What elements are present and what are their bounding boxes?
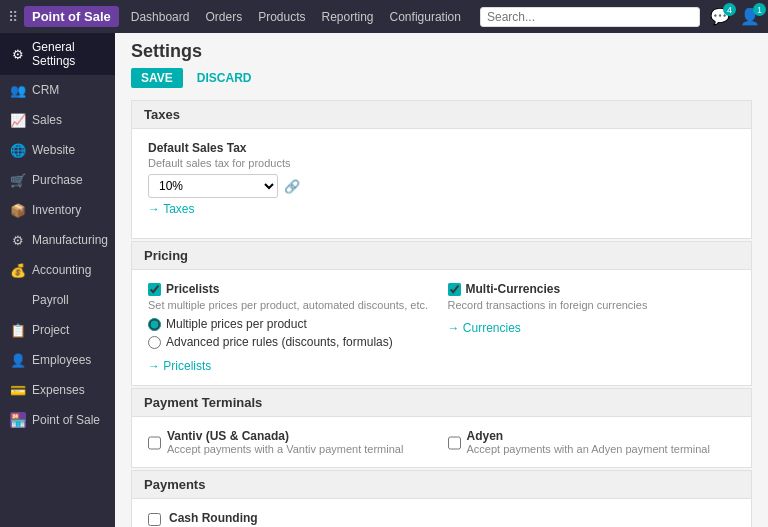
radio-advanced-rules[interactable]: Advanced price rules (discounts, formula… (148, 335, 436, 349)
messages-badge: 4 (723, 3, 736, 16)
adyen-checkbox[interactable] (448, 431, 461, 455)
sidebar-item-purchase[interactable]: 🛒 Purchase (0, 165, 115, 195)
sidebar-item-crm[interactable]: 👥 CRM (0, 75, 115, 105)
tax-input-row: 10% 🔗 (148, 174, 735, 198)
payment-terminals-body: Vantiv (US & Canada) Accept payments wit… (132, 417, 751, 467)
sidebar-label-crm: CRM (32, 83, 59, 97)
sidebar-label-inventory: Inventory (32, 203, 81, 217)
adyen-label: Adyen (467, 429, 710, 443)
notifications-icon[interactable]: 👤1 (740, 7, 760, 26)
sidebar-label-employees: Employees (32, 353, 91, 367)
employees-icon: 👤 (10, 352, 26, 368)
pricelists-checkbox[interactable] (148, 283, 161, 296)
adyen-info: Adyen Accept payments with an Adyen paym… (467, 429, 710, 455)
tax-select[interactable]: 10% (148, 174, 278, 198)
discard-button[interactable]: DISCARD (189, 68, 260, 88)
radio-multiple-prices[interactable]: Multiple prices per product (148, 317, 436, 331)
sidebar-label-expenses: Expenses (32, 383, 85, 397)
page-header: Settings SAVE DISCARD (115, 33, 768, 100)
cash-rounding-item: Cash Rounding Define the smallest coinag… (148, 511, 735, 527)
sidebar-item-point-of-sale[interactable]: 🏪 Point of Sale (0, 405, 115, 435)
nav-orders[interactable]: Orders (205, 10, 242, 24)
sidebar: ⚙ General Settings 👥 CRM 📈 Sales 🌐 Websi… (0, 33, 115, 527)
payments-header: Payments (132, 471, 751, 499)
manufacturing-icon: ⚙ (10, 232, 26, 248)
page-title: Settings (131, 41, 752, 62)
app-logo[interactable]: ⠿ Point of Sale (8, 6, 119, 27)
app-name: Point of Sale (24, 6, 119, 27)
pricelists-checkbox-label[interactable]: Pricelists (148, 282, 436, 296)
vantiv-desc: Accept payments with a Vantiv payment te… (167, 443, 403, 455)
cash-rounding-checkbox[interactable] (148, 513, 161, 526)
payment-terminals-section: Payment Terminals Vantiv (US & Canada) A… (131, 388, 752, 468)
vantiv-item: Vantiv (US & Canada) Accept payments wit… (148, 429, 436, 455)
general-settings-icon: ⚙ (10, 46, 26, 62)
pricelists-col: Pricelists Set multiple prices per produ… (148, 282, 436, 373)
taxes-section: Taxes Default Sales Tax Default sales ta… (131, 100, 752, 239)
vantiv-label: Vantiv (US & Canada) (167, 429, 403, 443)
multicurrencies-label: Multi-Currencies (466, 282, 561, 296)
pricelists-label: Pricelists (166, 282, 219, 296)
pricing-body: Pricelists Set multiple prices per produ… (132, 270, 751, 385)
pricing-radio-group: Multiple prices per product Advanced pri… (148, 317, 436, 349)
default-tax-desc: Default sales tax for products (148, 157, 735, 169)
sidebar-item-expenses[interactable]: 💳 Expenses (0, 375, 115, 405)
pricelists-desc: Set multiple prices per product, automat… (148, 299, 436, 311)
multicurrencies-checkbox[interactable] (448, 283, 461, 296)
payroll-icon (10, 292, 26, 308)
save-button[interactable]: SAVE (131, 68, 183, 88)
sidebar-label-pos: Point of Sale (32, 413, 100, 427)
sidebar-item-accounting[interactable]: 💰 Accounting (0, 255, 115, 285)
multicurrencies-desc: Record transactions in foreign currencie… (448, 299, 736, 311)
multicurrencies-checkbox-label[interactable]: Multi-Currencies (448, 282, 736, 296)
sidebar-item-project[interactable]: 📋 Project (0, 315, 115, 345)
sidebar-item-manufacturing[interactable]: ⚙ Manufacturing (0, 225, 115, 255)
nav-reporting[interactable]: Reporting (322, 10, 374, 24)
sidebar-label-accounting: Accounting (32, 263, 91, 277)
cash-rounding-info: Cash Rounding Define the smallest coinag… (169, 511, 481, 527)
accounting-icon: 💰 (10, 262, 26, 278)
content-area: Taxes Default Sales Tax Default sales ta… (115, 100, 768, 527)
search-input[interactable] (487, 10, 693, 24)
pricelists-link[interactable]: Pricelists (148, 359, 211, 373)
taxes-link[interactable]: Taxes (148, 202, 194, 216)
purchase-icon: 🛒 (10, 172, 26, 188)
search-bar[interactable] (480, 7, 700, 27)
nav-configuration[interactable]: Configuration (390, 10, 461, 24)
external-link-icon[interactable]: 🔗 (284, 179, 300, 194)
messages-icon[interactable]: 💬4 (710, 7, 730, 26)
main-content: Settings SAVE DISCARD Taxes Default Sale… (115, 33, 768, 527)
taxes-body: Default Sales Tax Default sales tax for … (132, 129, 751, 238)
sidebar-item-payroll[interactable]: Payroll (0, 285, 115, 315)
website-icon: 🌐 (10, 142, 26, 158)
radio-multiple-label: Multiple prices per product (166, 317, 307, 331)
project-icon: 📋 (10, 322, 26, 338)
top-nav: Dashboard Orders Products Reporting Conf… (131, 10, 461, 24)
radio-advanced-input[interactable] (148, 336, 161, 349)
payment-terminals-header: Payment Terminals (132, 389, 751, 417)
expenses-icon: 💳 (10, 382, 26, 398)
sidebar-item-employees[interactable]: 👤 Employees (0, 345, 115, 375)
radio-multiple-prices-input[interactable] (148, 318, 161, 331)
layout: ⚙ General Settings 👥 CRM 📈 Sales 🌐 Websi… (0, 33, 768, 527)
pos-icon: 🏪 (10, 412, 26, 428)
sidebar-item-sales[interactable]: 📈 Sales (0, 105, 115, 135)
sidebar-item-website[interactable]: 🌐 Website (0, 135, 115, 165)
sidebar-label-website: Website (32, 143, 75, 157)
radio-advanced-label: Advanced price rules (discounts, formula… (166, 335, 393, 349)
sidebar-label-sales: Sales (32, 113, 62, 127)
currencies-link[interactable]: Currencies (448, 321, 521, 335)
default-tax-label: Default Sales Tax (148, 141, 735, 155)
adyen-item: Adyen Accept payments with an Adyen paym… (448, 429, 736, 455)
vantiv-checkbox[interactable] (148, 431, 161, 455)
sidebar-item-inventory[interactable]: 📦 Inventory (0, 195, 115, 225)
default-sales-tax-field: Default Sales Tax Default sales tax for … (148, 141, 735, 216)
sidebar-item-general-settings[interactable]: ⚙ General Settings (0, 33, 115, 75)
nav-products[interactable]: Products (258, 10, 305, 24)
taxes-header: Taxes (132, 101, 751, 129)
crm-icon: 👥 (10, 82, 26, 98)
payments-body: Cash Rounding Define the smallest coinag… (132, 499, 751, 527)
sidebar-label-payroll: Payroll (32, 293, 69, 307)
vantiv-info: Vantiv (US & Canada) Accept payments wit… (167, 429, 403, 455)
nav-dashboard[interactable]: Dashboard (131, 10, 190, 24)
